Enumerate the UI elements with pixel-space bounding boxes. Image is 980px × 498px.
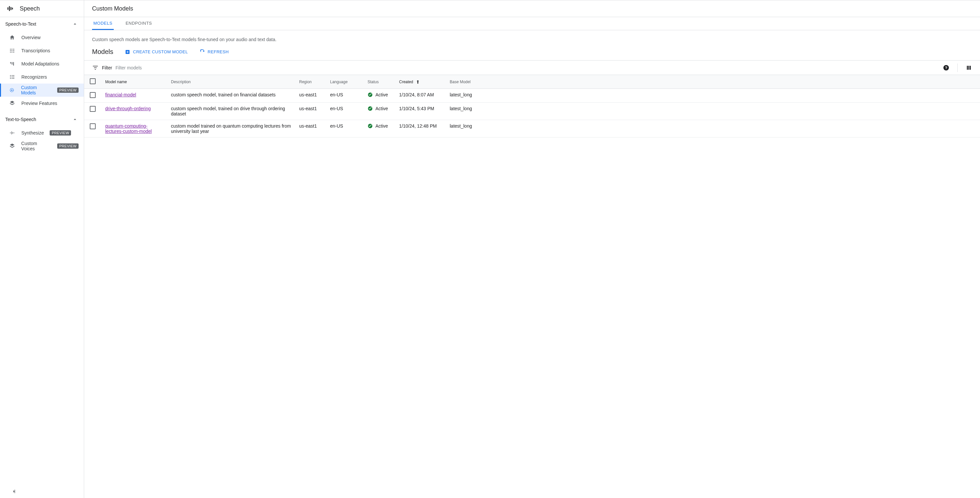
column-header-language[interactable]: Language bbox=[326, 75, 364, 89]
cell-created: 1/10/24, 12:48 PM bbox=[395, 120, 446, 137]
svg-rect-23 bbox=[13, 132, 13, 134]
sidebar-item-label: Preview Features bbox=[21, 101, 57, 106]
cell-base-model: latest_long bbox=[446, 103, 980, 120]
sidebar-item-overview[interactable]: Overview bbox=[0, 31, 84, 44]
synthesize-icon bbox=[9, 130, 16, 136]
tab-endpoints[interactable]: ENDPOINTS bbox=[124, 17, 153, 30]
help-icon[interactable]: ? bbox=[940, 62, 952, 74]
sidebar-item-label: Recognizers bbox=[21, 74, 47, 80]
section-title: Models bbox=[92, 48, 113, 56]
svg-rect-22 bbox=[11, 132, 12, 134]
svg-point-20 bbox=[11, 89, 13, 91]
sidebar-item-label: Model Adaptations bbox=[21, 61, 59, 67]
cell-status: Active bbox=[368, 106, 391, 111]
select-all-checkbox[interactable] bbox=[90, 78, 95, 84]
check-circle-icon bbox=[368, 92, 373, 97]
svg-rect-4 bbox=[10, 49, 12, 49]
column-header-description[interactable]: Description bbox=[167, 75, 295, 89]
cell-description: custom model trained on quantum computin… bbox=[167, 120, 295, 137]
column-settings-icon[interactable] bbox=[963, 62, 975, 74]
svg-rect-30 bbox=[970, 66, 971, 70]
svg-rect-28 bbox=[967, 66, 968, 70]
cell-region: us-east1 bbox=[295, 89, 326, 103]
nav-section-text-to-speech[interactable]: Text-to-Speech bbox=[0, 112, 84, 126]
table-row: financial-modelcustom speech model, trai… bbox=[84, 89, 980, 103]
cell-region: us-east1 bbox=[295, 120, 326, 137]
model-name-link[interactable]: drive-through-ordering bbox=[105, 106, 151, 111]
cell-status: Active bbox=[368, 92, 391, 97]
layers-icon bbox=[9, 101, 16, 106]
sidebar-item-recognizers[interactable]: Recognizers bbox=[0, 70, 84, 83]
sidebar-item-custom-models[interactable]: Custom Models PREVIEW bbox=[0, 83, 84, 97]
column-header-base-model[interactable]: Base Model bbox=[446, 75, 980, 89]
refresh-button[interactable]: REFRESH bbox=[200, 49, 229, 54]
table-row: drive-through-orderingcustom speech mode… bbox=[84, 103, 980, 120]
add-box-icon bbox=[125, 49, 130, 54]
row-checkbox[interactable] bbox=[90, 106, 95, 112]
collapse-sidebar-icon[interactable] bbox=[8, 485, 20, 497]
page-title: Custom Models bbox=[84, 0, 980, 17]
chevron-up-icon bbox=[72, 21, 78, 27]
page-description: Custom speech models are Speech-to-Text … bbox=[84, 30, 980, 42]
preview-badge: PREVIEW bbox=[49, 130, 71, 136]
column-label: Created bbox=[399, 80, 413, 84]
cell-created: 1/10/24, 5:43 PM bbox=[395, 103, 446, 120]
button-label: CREATE CUSTOM MODEL bbox=[133, 49, 188, 54]
cell-base-model: latest_long bbox=[446, 89, 980, 103]
sidebar-item-label: Synthesize bbox=[21, 130, 44, 136]
filter-icon bbox=[92, 64, 99, 71]
column-header-status[interactable]: Status bbox=[364, 75, 395, 89]
button-label: REFRESH bbox=[208, 49, 229, 54]
sidebar-item-synthesize[interactable]: Synthesize PREVIEW bbox=[0, 126, 84, 139]
cell-base-model: latest_long bbox=[446, 120, 980, 137]
preview-badge: PREVIEW bbox=[57, 144, 79, 148]
main-content: Custom Models MODELS ENDPOINTS Custom sp… bbox=[84, 0, 980, 498]
svg-rect-12 bbox=[13, 62, 14, 66]
chevron-up-icon bbox=[72, 117, 78, 122]
svg-rect-10 bbox=[10, 62, 11, 64]
recognizers-icon bbox=[9, 74, 16, 80]
svg-rect-3 bbox=[12, 8, 13, 10]
svg-rect-24 bbox=[13, 132, 14, 133]
svg-rect-11 bbox=[12, 62, 13, 65]
sort-ascending-icon bbox=[415, 79, 420, 85]
nav-section-speech-to-text[interactable]: Speech-to-Text bbox=[0, 17, 84, 31]
tabs: MODELS ENDPOINTS bbox=[84, 17, 980, 30]
svg-rect-5 bbox=[13, 49, 14, 49]
cell-created: 1/10/24, 8:07 AM bbox=[395, 89, 446, 103]
filter-input[interactable] bbox=[115, 64, 937, 72]
sidebar: Speech Speech-to-Text Overview Transcrip… bbox=[0, 0, 84, 498]
svg-rect-0 bbox=[8, 7, 8, 10]
model-name-link[interactable]: financial-model bbox=[105, 92, 136, 97]
svg-rect-13 bbox=[10, 75, 11, 76]
status-label: Active bbox=[375, 92, 388, 97]
svg-rect-14 bbox=[12, 75, 14, 76]
svg-rect-18 bbox=[12, 78, 14, 79]
svg-rect-8 bbox=[10, 52, 12, 53]
layers-icon bbox=[9, 143, 16, 149]
sidebar-item-preview-features[interactable]: Preview Features bbox=[0, 97, 84, 110]
sidebar-item-model-adaptations[interactable]: Model Adaptations bbox=[0, 57, 84, 70]
sidebar-item-label: Overview bbox=[21, 35, 40, 40]
column-header-created[interactable]: Created bbox=[395, 75, 446, 89]
column-header-region[interactable]: Region bbox=[295, 75, 326, 89]
product-name: Speech bbox=[20, 5, 40, 12]
row-checkbox[interactable] bbox=[90, 92, 95, 98]
model-name-link[interactable]: quantum-computing-lectures-custom-model bbox=[105, 123, 152, 134]
sidebar-item-label: Custom Voices bbox=[21, 141, 52, 151]
sidebar-item-transcriptions[interactable]: Transcriptions bbox=[0, 44, 84, 57]
svg-rect-29 bbox=[969, 66, 969, 70]
adaptations-icon bbox=[9, 61, 16, 67]
sidebar-item-label: Custom Models bbox=[21, 85, 51, 96]
row-checkbox[interactable] bbox=[90, 123, 95, 129]
svg-rect-6 bbox=[10, 50, 12, 51]
sidebar-item-custom-voices[interactable]: Custom Voices PREVIEW bbox=[0, 139, 84, 153]
cell-language: en-US bbox=[326, 103, 364, 120]
speech-logo-icon bbox=[6, 5, 14, 12]
preview-badge: PREVIEW bbox=[57, 88, 79, 93]
cell-description: custom speech model, trained on drive th… bbox=[167, 103, 295, 120]
create-custom-model-button[interactable]: CREATE CUSTOM MODEL bbox=[125, 49, 188, 54]
svg-rect-7 bbox=[13, 50, 14, 51]
tab-models[interactable]: MODELS bbox=[92, 17, 114, 30]
column-header-name[interactable]: Model name bbox=[101, 75, 167, 89]
